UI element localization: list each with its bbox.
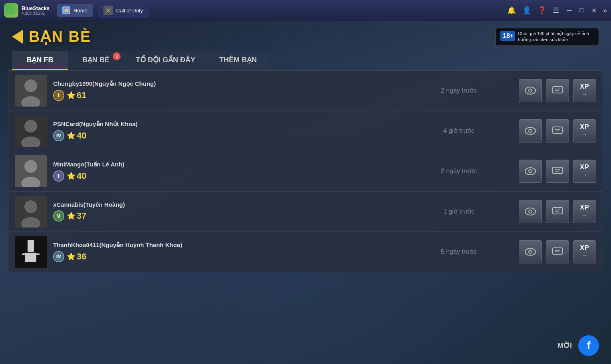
xp-button[interactable]: XP →	[573, 119, 596, 142]
xp-label: XP	[580, 83, 589, 90]
star-count: 61	[77, 90, 86, 101]
view-profile-button[interactable]	[519, 119, 542, 142]
friend-badges: IV ⭐ 36	[53, 251, 399, 262]
friend-actions: XP →	[519, 79, 596, 102]
xp-label: XP	[580, 204, 589, 211]
xp-arrow-icon: →	[581, 91, 588, 98]
star-badge: ⭐ 36	[67, 251, 86, 262]
star-icon: ⭐	[67, 252, 75, 261]
moi-button[interactable]: MỜI	[557, 341, 572, 350]
friend-info: xCannabis(Tuyên Hoàng) V ⭐ 37	[53, 201, 399, 222]
view-profile-button[interactable]	[519, 200, 542, 223]
star-count: 40	[77, 131, 86, 141]
message-button[interactable]	[546, 240, 569, 263]
friend-name: ThanhKhoa0411(Nguyễn Huỳnh Thanh Khoa)	[53, 241, 399, 249]
friend-badges: V ⭐ 37	[53, 210, 399, 222]
bluestacks-name: BlueStacks	[22, 5, 50, 11]
tab-ban-fb[interactable]: BẠN FB	[12, 51, 68, 70]
message-button[interactable]	[546, 200, 569, 223]
svg-point-29	[525, 208, 536, 215]
rank-badge: I	[53, 90, 64, 101]
header: BẠN BÈ 18+ Chơi quá 180 phút một ngày sẽ…	[0, 21, 611, 46]
star-badge: ⭐ 40	[67, 131, 86, 141]
game-tab-label: Call of Duty	[116, 8, 143, 14]
bluestacks-info: BlueStacks 4.200.0.5201	[22, 5, 50, 16]
account-icon[interactable]: 👤	[522, 6, 531, 15]
home-tab-label: Home	[73, 8, 87, 14]
star-count: 36	[77, 251, 86, 262]
xp-label: XP	[580, 244, 589, 251]
svg-rect-41	[553, 248, 562, 254]
home-tab[interactable]: 🏠 Home	[57, 4, 93, 17]
xp-label: XP	[580, 164, 589, 171]
tab-them-ban-label: THÊM BẠN	[219, 56, 257, 64]
xp-arrow-icon: →	[581, 131, 588, 138]
svg-point-3	[24, 79, 37, 92]
avatar	[15, 75, 47, 107]
tab-ban-be[interactable]: BẠN BÈ 3	[68, 51, 124, 70]
rank-badge: IV	[53, 130, 64, 141]
svg-rect-31	[553, 208, 562, 214]
xp-button[interactable]: XP →	[573, 240, 596, 263]
friend-badges: I ⭐ 61	[53, 90, 399, 101]
title-bar-controls: 🔔 👤 ❓ ☰ ─ □ ✕ »	[507, 6, 607, 15]
bluestacks-version: 4.200.0.5201	[22, 11, 50, 16]
svg-point-30	[529, 210, 532, 213]
friend-info: MiniMango(Tuấn Lê Anh) I ⭐ 40	[53, 161, 399, 182]
menu-icon[interactable]: ☰	[553, 6, 559, 15]
xp-arrow-icon: →	[581, 252, 588, 259]
title-bar: BlueStacks 4.200.0.5201 🏠 Home ⚔️ Call o…	[0, 0, 611, 21]
facebook-button[interactable]: f	[578, 335, 599, 356]
friend-last-online: 1 giờ trước	[399, 208, 519, 215]
friend-name: PSNCard(Nguyễn Nhứt Khoa)	[53, 121, 399, 128]
svg-point-39	[525, 248, 536, 255]
xp-button[interactable]: XP →	[573, 79, 596, 102]
friend-info: PSNCard(Nguyễn Nhứt Khoa) IV ⭐ 40	[53, 121, 399, 141]
svg-point-21	[525, 168, 536, 175]
friend-actions: XP →	[519, 200, 596, 223]
friend-badges: IV ⭐ 40	[53, 130, 399, 141]
message-button[interactable]	[546, 79, 569, 102]
age-warning-text: Chơi quá 180 phút một ngày sẽ ảnh hưởng …	[518, 31, 594, 43]
message-button[interactable]	[546, 119, 569, 142]
game-tab[interactable]: ⚔️ Call of Duty	[98, 3, 149, 18]
svg-point-13	[525, 127, 536, 135]
message-button[interactable]	[546, 160, 569, 183]
bluestacks-logo	[4, 3, 18, 18]
restore-button[interactable]: □	[579, 7, 583, 14]
svg-point-14	[529, 129, 532, 133]
svg-rect-37	[22, 253, 28, 255]
view-profile-button[interactable]	[519, 240, 542, 263]
view-profile-button[interactable]	[519, 79, 542, 102]
tab-to-doi-label: TỔ ĐỘI GẦN ĐÂY	[136, 56, 195, 64]
tab-them-ban[interactable]: THÊM BẠN	[207, 51, 269, 70]
xp-arrow-icon: →	[581, 171, 588, 178]
tab-to-doi[interactable]: TỔ ĐỘI GẦN ĐÂY	[124, 51, 207, 70]
game-icon: ⚔️	[103, 6, 113, 15]
star-badge: ⭐ 61	[67, 90, 86, 101]
ban-be-title: BẠN BÈ	[12, 28, 91, 46]
rank-badge: IV	[53, 251, 64, 262]
view-profile-button[interactable]	[519, 160, 542, 183]
svg-rect-35	[28, 240, 34, 252]
svg-point-6	[529, 89, 532, 92]
avatar	[15, 115, 47, 147]
notification-icon[interactable]: 🔔	[507, 6, 516, 15]
back-arrow-icon[interactable]	[12, 30, 23, 44]
expand-icon[interactable]: »	[603, 6, 607, 15]
close-button[interactable]: ✕	[591, 7, 597, 14]
svg-point-19	[24, 160, 37, 173]
xp-button[interactable]: XP →	[573, 160, 596, 183]
friend-row: xCannabis(Tuyên Hoàng) V ⭐ 37 1 giờ trướ…	[8, 192, 603, 232]
minimize-button[interactable]: ─	[567, 7, 571, 14]
tab-ban-be-label: BẠN BÈ	[82, 56, 109, 64]
age-badge: 18+	[500, 31, 515, 41]
avatar	[15, 196, 47, 228]
avatar	[15, 155, 47, 187]
xp-button[interactable]: XP →	[573, 200, 596, 223]
friend-actions: XP →	[519, 119, 596, 142]
svg-marker-1	[9, 8, 14, 14]
age-warning: 18+ Chơi quá 180 phút một ngày sẽ ảnh hư…	[495, 28, 599, 46]
star-count: 37	[77, 211, 86, 221]
help-icon[interactable]: ❓	[538, 6, 546, 15]
